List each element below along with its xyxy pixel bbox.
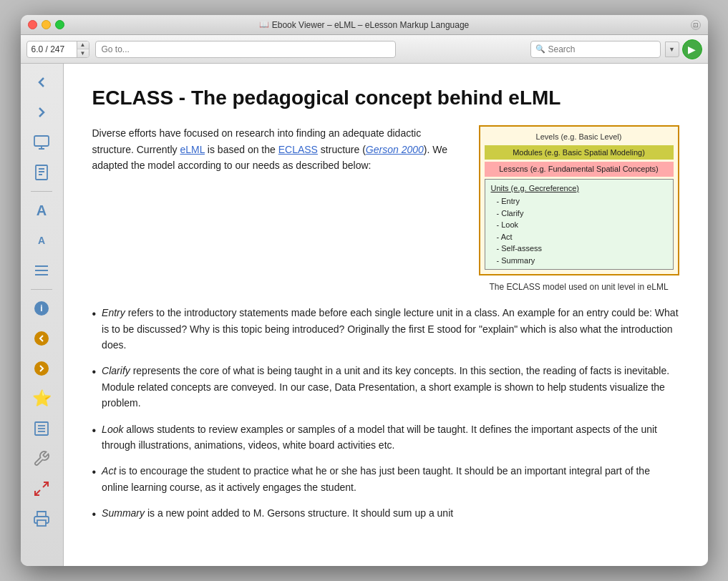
intro-section: Diverse efforts have focused on research…: [92, 125, 465, 293]
page-stepper: ▲ ▼: [77, 42, 89, 57]
bullet-text: Clarify represents the core of what is b…: [102, 363, 679, 411]
diagram-caption: The ECLASS model used on unit level in e…: [479, 281, 679, 293]
app-window: 📖 Ebook Viewer – eLML – eLesson Markup L…: [21, 15, 708, 566]
diagram-lesson-label: Lesscns (e.g. Fundamental Spatial Concep…: [485, 162, 674, 177]
eclass-link[interactable]: ECLASS: [278, 144, 318, 155]
content-body: Diverse efforts have focused on research…: [92, 125, 679, 293]
diagram-box: Levels (e.g. Basic Level) Modules (e.g. …: [479, 125, 679, 275]
list-item: Clarify: [497, 208, 667, 220]
list-item: Look allows students to review examples …: [92, 421, 679, 454]
list-item: Clarify represents the core of what is b…: [92, 363, 679, 411]
next-page-button[interactable]: [27, 356, 56, 381]
gerson-link[interactable]: Gerson 2000: [366, 144, 424, 155]
goto-input[interactable]: [95, 41, 396, 58]
info-button[interactable]: i: [27, 296, 56, 321]
diagram-unit-items: Entry Clarify Look Act Self-assess Summa…: [491, 195, 667, 266]
minimize-button[interactable]: [42, 20, 51, 29]
diagram-level-label: Levels (e.g. Basic Level): [485, 131, 674, 143]
term-act: Act: [102, 465, 116, 477]
svg-point-13: [34, 361, 49, 376]
document-button[interactable]: [27, 160, 56, 185]
go-button[interactable]: ▶: [682, 39, 702, 59]
term-clarify: Clarify: [102, 365, 130, 376]
search-input[interactable]: [548, 44, 656, 54]
elml-link[interactable]: eLML: [180, 144, 205, 155]
search-dropdown-button[interactable]: ▼: [665, 42, 679, 57]
prev-page-button[interactable]: [27, 326, 56, 351]
svg-rect-20: [37, 520, 46, 526]
monitor-button[interactable]: [27, 130, 56, 155]
titlebar: 📖 Ebook Viewer – eLML – eLesson Markup L…: [21, 15, 708, 35]
page-down-button[interactable]: ▼: [77, 49, 89, 57]
list-item: Entry refers to the introductory stateme…: [92, 305, 679, 353]
list-item: Act: [497, 231, 667, 243]
page-up-button[interactable]: ▲: [77, 42, 89, 50]
search-field-wrap: 🔍: [530, 41, 661, 58]
forward-button[interactable]: [27, 99, 56, 125]
resize-button[interactable]: ⊡: [691, 20, 701, 30]
lines-button[interactable]: [27, 258, 56, 283]
bullet-text: Summary is a new point added to M. Gerso…: [102, 505, 679, 521]
list-item: Entry: [497, 195, 667, 208]
bullet-text: Entry refers to the introductory stateme…: [102, 305, 679, 353]
svg-text:i: i: [40, 303, 42, 313]
eclass-diagram: Levels (e.g. Basic Level) Modules (e.g. …: [479, 125, 679, 293]
search-icon: 🔍: [535, 44, 545, 54]
bullet-text: Look allows students to review examples …: [102, 421, 679, 454]
list-item: Self-assess: [497, 243, 667, 255]
list-item: Look: [497, 219, 667, 231]
print-button[interactable]: [27, 506, 56, 532]
font-small-button[interactable]: A: [27, 228, 56, 253]
page-heading: ECLASS - The pedagogical concept behind …: [92, 85, 679, 111]
page-display: 6.0 / 247: [27, 42, 77, 57]
diagram-unit-box: Units (e.g. Gecreference) Entry Clarify …: [485, 179, 674, 270]
list-item: Summary is a new point added to M. Gerso…: [92, 505, 679, 524]
window-title: 📖 Ebook Viewer – eLML – eLesson Markup L…: [259, 20, 470, 30]
bullet-list: Entry refers to the introductory stateme…: [92, 305, 679, 524]
main-area: A A i: [21, 64, 708, 566]
sidebar-divider-2: [31, 289, 52, 290]
list-item: Act is to encourage the student to pract…: [92, 463, 679, 495]
expand-button[interactable]: [27, 476, 56, 502]
back-button[interactable]: [27, 69, 56, 95]
search-area: 🔍 ▼ ▶: [530, 39, 702, 59]
svg-rect-0: [34, 136, 49, 146]
maximize-button[interactable]: [55, 20, 64, 29]
bookmark-button[interactable]: ⭐: [27, 386, 56, 411]
close-button[interactable]: [28, 20, 37, 29]
toolbar: 6.0 / 247 ▲ ▼ 🔍 ▼ ▶: [21, 35, 708, 64]
font-large-button[interactable]: A: [27, 197, 56, 223]
term-entry: Entry: [102, 307, 125, 318]
diagram-unit-title: Units (e.g. Gecreference): [491, 182, 667, 195]
tools-button[interactable]: [27, 446, 56, 472]
list-button[interactable]: [27, 416, 56, 441]
list-item: Summary: [497, 255, 667, 267]
book-icon: 📖: [259, 20, 269, 29]
bullet-text: Act is to encourage the student to pract…: [102, 463, 679, 495]
svg-line-18: [43, 482, 48, 487]
svg-rect-3: [36, 165, 47, 180]
sidebar-divider-1: [31, 191, 52, 192]
svg-point-12: [34, 331, 49, 346]
traffic-lights: [28, 20, 64, 29]
term-look: Look: [102, 424, 123, 435]
content-wrap: ECLASS - The pedagogical concept behind …: [64, 64, 708, 566]
term-summary: Summary: [102, 507, 145, 519]
page-nav: 6.0 / 247 ▲ ▼: [26, 41, 89, 58]
diagram-module-label: Modules (e.g. Basic Spatial Modeling): [485, 145, 674, 160]
content-area[interactable]: ECLASS - The pedagogical concept behind …: [64, 64, 708, 566]
svg-line-19: [35, 490, 40, 495]
intro-paragraph: Diverse efforts have focused on research…: [92, 125, 465, 173]
sidebar: A A i: [21, 64, 64, 566]
